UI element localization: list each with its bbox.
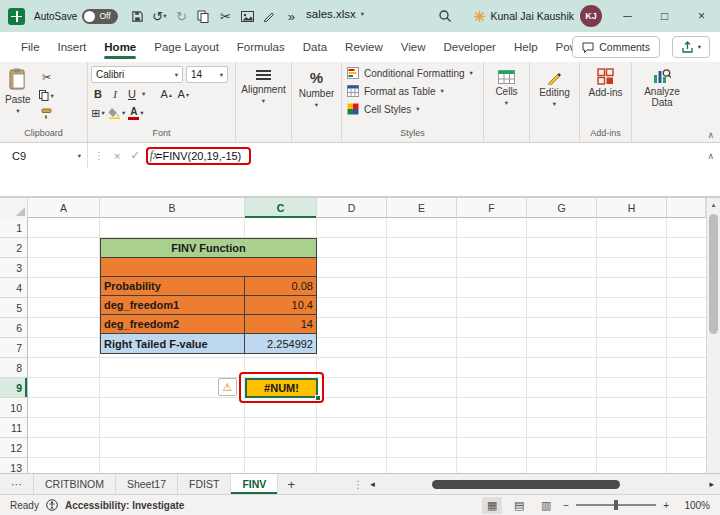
name-box[interactable]: C9 ▾ (0, 143, 88, 168)
close-button[interactable]: × (683, 0, 720, 32)
font-color-button[interactable]: A ▾ (128, 105, 143, 121)
accessibility-status[interactable]: Accessibility: Investigate (65, 500, 185, 511)
cell-b7[interactable]: Right Tailed F-value (101, 334, 245, 353)
tab-formulas[interactable]: Formulas (228, 32, 294, 62)
paste-button[interactable]: Paste ▾ (3, 65, 33, 127)
cut-button-qat[interactable]: ✂ (215, 4, 235, 28)
row-header-6[interactable]: 6 (0, 318, 27, 338)
normal-view-button[interactable]: ▦ (482, 497, 502, 514)
share-button[interactable]: ▾ (672, 36, 710, 58)
cell-c6[interactable]: 14 (245, 315, 316, 333)
cancel-entry-button[interactable]: × (114, 150, 120, 162)
zoom-level[interactable]: 100% (676, 500, 710, 511)
formula-input[interactable]: =FINV(20,19,-15) (146, 145, 251, 167)
zoom-slider[interactable] (576, 504, 656, 506)
tab-file[interactable]: File (12, 32, 49, 62)
cell-grid[interactable]: FINV Function Probability 0.08 deg_freed… (28, 218, 706, 473)
collapse-formula-bar-icon[interactable]: ∧ (707, 151, 714, 161)
row-header-2[interactable]: 2 (0, 238, 27, 258)
cell-c4[interactable]: 0.08 (245, 277, 316, 295)
draw-button-qat[interactable] (259, 4, 279, 28)
row-header-4[interactable]: 4 (0, 278, 27, 298)
cell-b4[interactable]: Probability (101, 277, 245, 295)
row-header-1[interactable]: 1 (0, 218, 27, 238)
column-header-h[interactable]: H (597, 198, 667, 218)
cells-button[interactable]: Cells ▾ (487, 64, 526, 142)
alignment-button[interactable]: Alignment ▾ (239, 64, 288, 142)
tab-developer[interactable]: Developer (435, 32, 505, 62)
cell-b5[interactable]: deg_freedom1 (101, 296, 245, 314)
zoom-slider-thumb[interactable] (614, 500, 618, 510)
sheet-tab-critbinom[interactable]: CRITBINOM (34, 474, 116, 494)
underline-button[interactable]: U (125, 86, 139, 102)
namebox-resize-handle[interactable]: ⋮ (94, 150, 104, 161)
more-commands-icon[interactable]: » (281, 4, 301, 28)
page-break-view-button[interactable]: ▥ (536, 497, 556, 514)
row-header-7[interactable]: 7 (0, 338, 27, 358)
vertical-scrollbar[interactable]: ▴ (706, 197, 720, 473)
tab-view[interactable]: View (392, 32, 435, 62)
copy-button-qat[interactable] (193, 4, 213, 28)
conditional-formatting-button[interactable]: Conditional Formatting ▾ (345, 64, 480, 82)
cell-c5[interactable]: 10.4 (245, 296, 316, 314)
fill-handle[interactable] (315, 395, 321, 401)
column-header-e[interactable]: E (387, 198, 457, 218)
autosave-toggle[interactable]: AutoSave Off (34, 9, 118, 24)
account-area[interactable]: Kunal Jai Kaushik KJ (474, 0, 602, 32)
table-title-cell[interactable]: FINV Function (101, 239, 316, 258)
row-header-11[interactable]: 11 (0, 418, 27, 438)
scroll-left-icon[interactable]: ◂ (370, 479, 375, 489)
addins-button[interactable]: Add-ins (587, 65, 625, 127)
document-title[interactable]: sales.xlsx ▾ (306, 8, 364, 20)
zoom-out-button[interactable]: − (563, 500, 569, 511)
scroll-up-icon[interactable]: ▴ (707, 198, 720, 212)
copy-button[interactable]: ▾ (36, 88, 58, 103)
table-spacer-row[interactable] (101, 258, 316, 277)
confirm-entry-button[interactable]: ✓ (130, 149, 139, 162)
avatar[interactable]: KJ (580, 5, 602, 27)
font-size-select[interactable]: 14 ▾ (186, 66, 228, 83)
tab-help[interactable]: Help (505, 32, 547, 62)
bold-button[interactable]: B (91, 86, 105, 102)
tab-data[interactable]: Data (294, 32, 336, 62)
maximize-button[interactable]: □ (646, 0, 683, 32)
cell-c7[interactable]: 2.254992 (245, 334, 316, 353)
column-header-b[interactable]: B (100, 198, 245, 218)
horizontal-scrollbar-track[interactable] (380, 480, 705, 489)
horizontal-scrollbar-thumb[interactable] (432, 480, 620, 489)
sheet-tab-sheet17[interactable]: Sheet17 (116, 474, 178, 494)
comments-button[interactable]: Comments (572, 36, 660, 58)
vertical-scrollbar-thumb[interactable] (709, 214, 718, 334)
row-header-3[interactable]: 3 (0, 258, 27, 278)
column-header-c[interactable]: C (245, 198, 317, 218)
add-sheet-button[interactable]: + (278, 474, 304, 494)
sheet-tab-fdist[interactable]: FDIST (178, 474, 231, 494)
row-header-12[interactable]: 12 (0, 438, 27, 458)
tab-review[interactable]: Review (336, 32, 392, 62)
row-header-9[interactable]: 9 (0, 378, 27, 398)
tab-page-layout[interactable]: Page Layout (145, 32, 228, 62)
cell-b6[interactable]: deg_freedom2 (101, 315, 245, 333)
column-header-d[interactable]: D (317, 198, 387, 218)
format-painter-button[interactable] (36, 106, 58, 121)
row-header-5[interactable]: 5 (0, 298, 27, 318)
scroll-right-icon[interactable]: ▸ (709, 479, 714, 489)
undo-button[interactable]: ↺▾ (149, 4, 169, 28)
cut-button[interactable]: ✂ (36, 70, 58, 85)
sheet-nav-more-icon[interactable]: ⋯ (0, 474, 34, 494)
editing-button[interactable]: Editing ▾ (533, 64, 576, 142)
format-as-table-button[interactable]: Format as Table ▾ (345, 82, 480, 100)
error-trace-button[interactable]: ⚠ (218, 378, 237, 396)
select-all-corner[interactable] (0, 198, 28, 218)
column-header-a[interactable]: A (28, 198, 100, 218)
cell-styles-button[interactable]: Cell Styles ▾ (345, 100, 480, 118)
column-header-g[interactable]: G (527, 198, 597, 218)
zoom-in-button[interactable]: + (663, 500, 669, 511)
page-layout-view-button[interactable]: ▤ (509, 497, 529, 514)
row-header-8[interactable]: 8 (0, 358, 27, 378)
analyze-data-button[interactable]: Analyze Data (635, 64, 689, 108)
font-name-select[interactable]: Calibri ▾ (91, 66, 183, 83)
fill-color-button[interactable]: ▾ (108, 105, 125, 121)
search-icon[interactable] (436, 7, 454, 25)
sheet-tab-finv[interactable]: FINV (231, 474, 278, 494)
